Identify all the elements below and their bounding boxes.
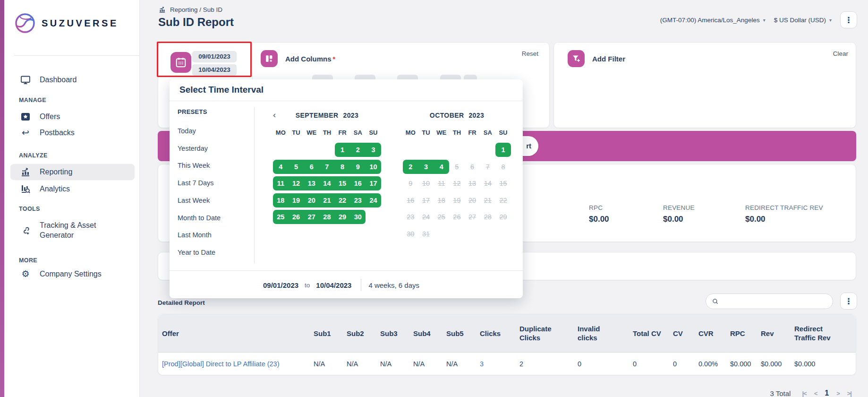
day-3[interactable]: 3 [366,143,381,157]
sidebar-item-postbacks[interactable]: ↩Postbacks [0,125,139,141]
column-header-sub1[interactable]: Sub1 [314,329,347,338]
preset-month-to-date[interactable]: Month to Date [178,214,221,223]
date-start-value[interactable]: 09/01/2023 [192,51,237,62]
analytics-icon [20,183,31,195]
day-30[interactable]: 30 [350,210,366,224]
day-18[interactable]: 18 [273,193,289,207]
first-page-icon[interactable]: |< [802,390,806,397]
column-header-rev[interactable]: Rev [761,329,794,338]
day-19[interactable]: 19 [289,193,304,207]
day-9[interactable]: 9 [350,160,366,174]
day-1[interactable]: 1 [335,143,350,157]
weekday-label: MO [403,129,418,136]
day-1[interactable]: 1 [495,143,511,157]
sidebar-item-company-settings[interactable]: ⚙Company Settings [0,266,139,282]
breadcrumb[interactable]: Reporting / Sub ID [158,6,222,14]
cell-duplicate-clicks: 2 [519,360,578,368]
column-header-invalid-clicks[interactable]: Invalid clicks [578,324,633,342]
reporting-icon [20,166,31,178]
column-header-sub2[interactable]: Sub2 [347,329,380,338]
add-columns-button[interactable]: Add Columns* [261,50,335,67]
sidebar-item-offers[interactable]: Offers [0,109,139,125]
currency-selector[interactable]: $ US Dollar (USD) ▾ [774,17,832,24]
day-11[interactable]: 11 [273,176,289,190]
sidebar-item-tracking-asset-generator[interactable]: Tracking & Asset Generator [0,218,139,242]
timezone-selector[interactable]: (GMT-07:00) America/Los_Angeles ▾ [660,17,766,24]
day-15[interactable]: 15 [335,176,350,190]
header-kebab-menu-button[interactable]: ⋮ [840,11,857,28]
week-row: 3031 [403,227,511,241]
clear-button[interactable]: Clear [833,50,848,57]
day-2[interactable]: 2 [350,143,366,157]
week-row: 252627282930 [273,210,381,224]
day-29[interactable]: 29 [335,210,350,224]
column-header-clicks[interactable]: Clicks [480,329,519,338]
sidebar-item-analytics[interactable]: Analytics [0,181,139,197]
date-end-value[interactable]: 10/04/2023 [192,64,237,76]
day-empty [289,143,304,157]
date-range-button[interactable] [170,52,191,73]
linkplus-icon [20,224,31,236]
column-header-cvr[interactable]: CVR [698,329,730,338]
reset-button[interactable]: Reset [522,50,538,57]
day-4[interactable]: 4 [273,160,289,174]
day-4[interactable]: 4 [434,160,449,174]
preset-yesterday[interactable]: Yesterday [178,145,208,153]
offer-link[interactable]: [Prod][Global] Direct to LP Affiliate (2… [162,360,314,368]
weekday-label: SA [350,129,366,136]
column-header-sub5[interactable]: Sub5 [446,329,480,338]
day-10[interactable]: 10 [366,160,381,174]
day-16[interactable]: 16 [350,176,366,190]
column-header-redirect-traffic-rev[interactable]: Redirect Traffic Rev [794,324,853,342]
sidebar-item-reporting[interactable]: Reporting [10,164,135,180]
day-17[interactable]: 17 [366,176,381,190]
preset-last-month[interactable]: Last Month [178,231,212,240]
day-7[interactable]: 7 [319,160,335,174]
column-header-total-cv[interactable]: Total CV [633,329,673,338]
search-input[interactable] [722,294,828,308]
day-5[interactable]: 5 [289,160,304,174]
column-header-rpc[interactable]: RPC [730,329,761,338]
day-26[interactable]: 26 [289,210,304,224]
brand-logo[interactable]: SUZUVERSE [14,12,119,34]
preset-last-7-days[interactable]: Last 7 Days [178,179,214,188]
cell-clicks[interactable]: 3 [480,360,519,368]
preset-today[interactable]: Today [178,127,196,136]
table-kebab-menu-button[interactable]: ⋮ [840,293,857,310]
stat-value: $0.00 [589,215,609,224]
day-2[interactable]: 2 [403,160,418,174]
day-30: 30 [403,227,418,241]
time-interval-modal: Select Time Interval PRESETS TodayYester… [170,79,523,298]
day-13[interactable]: 13 [304,176,319,190]
sidebar-item-dashboard[interactable]: Dashboard [0,72,139,88]
modal-divider [170,101,523,101]
day-12[interactable]: 12 [289,176,304,190]
stat-revenue: REVENUE$0.00 [663,204,695,224]
preset-year-to-date[interactable]: Year to Date [178,249,215,257]
day-14[interactable]: 14 [319,176,335,190]
day-21[interactable]: 21 [319,193,335,207]
cell-redirect-traffic-rev: $0.000 [794,360,853,368]
next-page-icon[interactable]: > [836,390,840,397]
day-6[interactable]: 6 [304,160,319,174]
column-header-cv[interactable]: CV [673,329,698,338]
preset-last-week[interactable]: Last Week [178,197,210,205]
day-20[interactable]: 20 [304,193,319,207]
day-3[interactable]: 3 [418,160,434,174]
day-23[interactable]: 23 [350,193,366,207]
day-24[interactable]: 24 [366,193,381,207]
cell-sub1: N/A [314,360,347,368]
last-page-icon[interactable]: >| [847,390,851,397]
day-28[interactable]: 28 [319,210,335,224]
prev-page-icon[interactable]: < [814,390,817,397]
preset-this-week[interactable]: This Week [178,162,210,170]
column-header-sub3[interactable]: Sub3 [380,329,413,338]
day-27[interactable]: 27 [304,210,319,224]
column-header-duplicate-clicks[interactable]: Duplicate Clicks [519,324,578,342]
add-filter-button[interactable]: Add Filter [568,50,625,67]
column-header-offer[interactable]: Offer [162,329,314,338]
day-25[interactable]: 25 [273,210,289,224]
column-header-sub4[interactable]: Sub4 [413,329,446,338]
day-8[interactable]: 8 [335,160,350,174]
day-22[interactable]: 22 [335,193,350,207]
